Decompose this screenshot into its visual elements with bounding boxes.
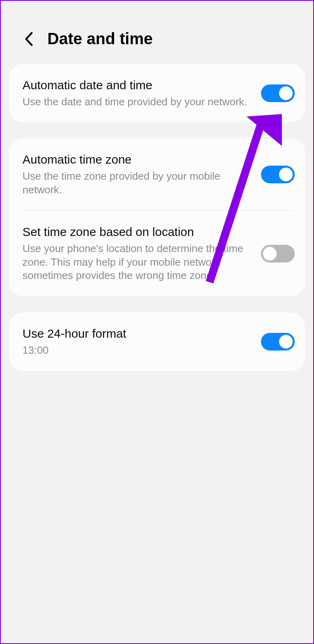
setting-location-timezone[interactable]: Set time zone based on location Use your… [9, 211, 305, 296]
toggle-auto-timezone[interactable] [261, 166, 295, 183]
page-title: Date and time [47, 30, 153, 48]
setting-subtitle: Use the date and time provided by your n… [22, 95, 253, 109]
toggle-location-timezone[interactable] [261, 245, 295, 263]
setting-subtitle: Use the time zone provided by your mobil… [22, 170, 253, 197]
setting-subtitle: 13:00 [22, 344, 253, 357]
setting-text: Set time zone based on location Use your… [22, 224, 253, 283]
setting-title: Use 24-hour format [22, 326, 253, 341]
setting-auto-timezone[interactable]: Automatic time zone Use the time zone pr… [9, 138, 305, 210]
setting-auto-datetime[interactable]: Automatic date and time Use the date and… [9, 64, 305, 122]
setting-subtitle: Use your phone's location to determine t… [22, 242, 253, 283]
toggle-auto-datetime[interactable] [261, 84, 295, 102]
setting-title: Set time zone based on location [22, 224, 253, 240]
back-icon[interactable] [23, 30, 35, 48]
setting-text: Automatic date and time Use the date and… [22, 78, 253, 109]
setting-hour-format[interactable]: Use 24-hour format 13:00 [9, 312, 305, 371]
setting-text: Use 24-hour format 13:00 [22, 326, 253, 357]
card-hour-format: Use 24-hour format 13:00 [9, 312, 305, 371]
header: Date and time [1, 1, 313, 64]
card-timezone: Automatic time zone Use the time zone pr… [9, 138, 305, 296]
setting-title: Automatic time zone [22, 152, 253, 167]
card-auto-datetime: Automatic date and time Use the date and… [9, 64, 305, 122]
setting-text: Automatic time zone Use the time zone pr… [22, 152, 253, 197]
toggle-hour-format[interactable] [261, 333, 295, 351]
setting-title: Automatic date and time [22, 78, 253, 93]
